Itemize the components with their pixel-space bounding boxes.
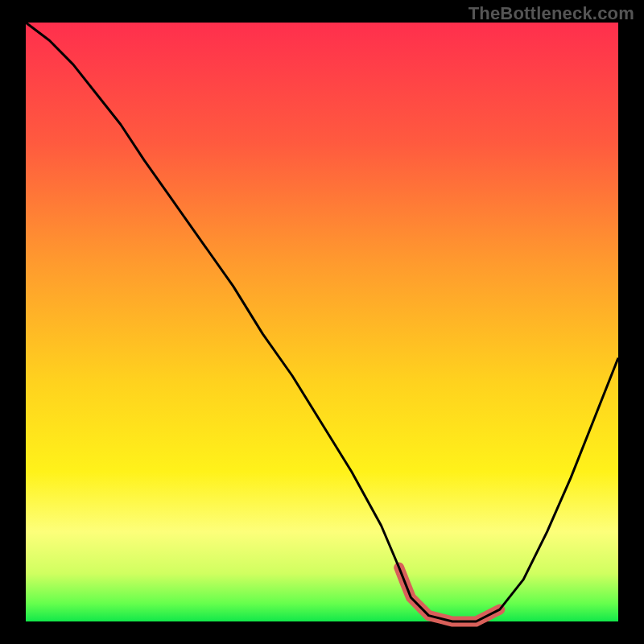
plot-background <box>26 23 618 621</box>
bottleneck-chart <box>0 0 644 644</box>
watermark-label: TheBottleneck.com <box>469 3 634 24</box>
chart-frame: TheBottleneck.com <box>0 0 644 644</box>
